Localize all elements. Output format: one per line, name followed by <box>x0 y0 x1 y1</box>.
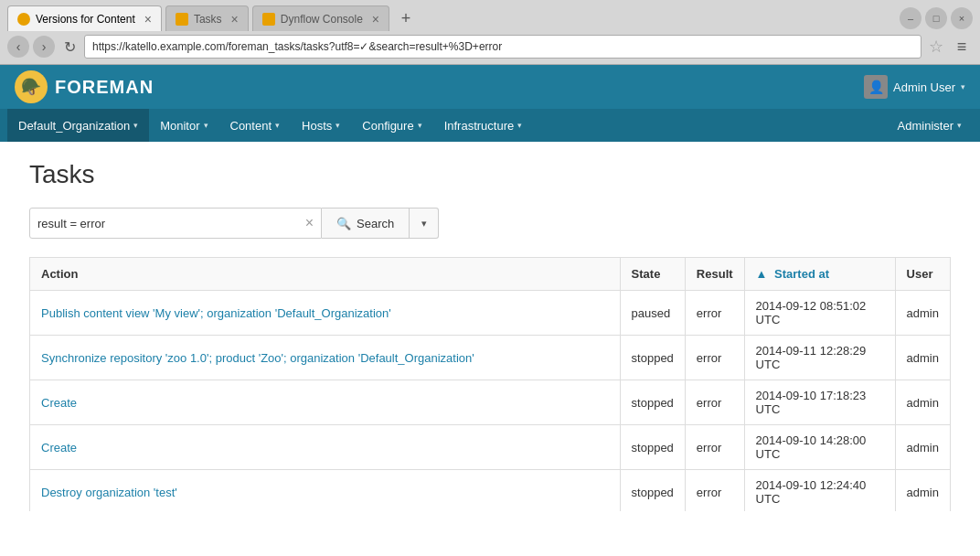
cell-user-3: admin <box>895 425 950 470</box>
search-icon: 🔍 <box>336 217 351 230</box>
menu-button[interactable]: ≡ <box>951 36 973 58</box>
col-header-started[interactable]: ▲ Started at <box>744 258 895 291</box>
org-label: Default_Organization <box>18 119 130 133</box>
nav-monitor-label: Monitor <box>160 119 199 133</box>
table-row: Synchronize repository 'zoo 1.0'; produc… <box>30 336 951 380</box>
nav-content-chevron: ▾ <box>275 121 280 130</box>
tab-close-tasks[interactable]: × <box>231 13 239 26</box>
tab-icon-tasks <box>176 13 188 26</box>
cell-action-3: Create <box>30 425 621 470</box>
cell-action-4: Destroy organization 'test' <box>30 470 621 512</box>
cell-result-0: error <box>685 291 744 336</box>
nav-hosts-label: Hosts <box>302 119 332 133</box>
search-button-label: Search <box>357 217 394 230</box>
browser-titlebar: Versions for Content × Tasks × Dynflow C… <box>0 0 980 31</box>
org-selector[interactable]: Default_Organization ▾ <box>7 109 149 142</box>
nav-configure-label: Configure <box>362 119 413 133</box>
cell-started-0: 2014-09-12 08:51:02 UTC <box>744 291 895 336</box>
search-dropdown-button[interactable]: ▾ <box>410 208 439 239</box>
cell-state-2: stopped <box>620 380 685 425</box>
nav-infrastructure[interactable]: Infrastructure ▾ <box>433 109 534 142</box>
cell-action-1: Synchronize repository 'zoo 1.0'; produc… <box>30 336 621 380</box>
cell-result-3: error <box>685 425 744 470</box>
col-header-user[interactable]: User <box>895 258 950 291</box>
minimize-button[interactable]: – <box>900 7 921 29</box>
cell-state-3: stopped <box>620 425 685 470</box>
new-tab-button[interactable]: + <box>393 5 419 31</box>
nav-configure[interactable]: Configure ▾ <box>351 109 432 142</box>
tab-tasks[interactable]: Tasks × <box>165 5 249 31</box>
nav-monitor[interactable]: Monitor ▾ <box>149 109 218 142</box>
user-avatar: 👤 <box>864 75 888 99</box>
main-content: Tasks × 🔍 Search ▾ Action State Result <box>0 142 980 511</box>
nav-content-label: Content <box>230 119 272 133</box>
cell-user-0: admin <box>895 291 950 336</box>
logo-area: 🪖 FOREMAN <box>15 70 154 103</box>
search-clear-button[interactable]: × <box>305 215 314 231</box>
table-row: Publish content view 'My view'; organiza… <box>30 291 951 336</box>
nav-hosts[interactable]: Hosts ▾ <box>291 109 351 142</box>
browser-addressbar: ‹ › ↻ ☆ ≡ <box>0 31 980 64</box>
cell-user-4: admin <box>895 470 950 512</box>
nav-administer[interactable]: Administer ▾ <box>887 109 973 142</box>
col-header-action[interactable]: Action <box>30 258 621 291</box>
search-bar: × 🔍 Search ▾ <box>29 208 951 239</box>
search-dropdown-chevron: ▾ <box>421 218 427 230</box>
page-title: Tasks <box>29 160 951 189</box>
col-header-state[interactable]: State <box>620 258 685 291</box>
browser-chrome: Versions for Content × Tasks × Dynflow C… <box>0 0 980 65</box>
brand-name: FOREMAN <box>55 77 154 98</box>
cell-state-4: stopped <box>620 470 685 512</box>
cell-user-1: admin <box>895 336 950 380</box>
nav-infrastructure-chevron: ▾ <box>517 121 522 130</box>
nav-infrastructure-label: Infrastructure <box>444 119 515 133</box>
table-header: Action State Result ▲ Started at User <box>30 258 951 291</box>
tab-close-versions[interactable]: × <box>144 13 152 26</box>
topbar: 🪖 FOREMAN 👤 Admin User ▾ <box>0 65 980 109</box>
app: 🪖 FOREMAN 👤 Admin User ▾ Default_Organiz… <box>0 65 980 511</box>
cell-result-4: error <box>685 470 744 512</box>
action-link-1[interactable]: Synchronize repository 'zoo 1.0'; produc… <box>41 351 474 365</box>
refresh-button[interactable]: ↻ <box>59 36 80 58</box>
action-link-0[interactable]: Publish content view 'My view'; organiza… <box>41 306 391 320</box>
tab-icon-versions <box>17 13 30 26</box>
action-link-3[interactable]: Create <box>41 441 77 454</box>
topbar-right: 👤 Admin User ▾ <box>864 75 965 99</box>
nav-hosts-chevron: ▾ <box>336 121 340 130</box>
tab-dynflow[interactable]: Dynflow Console × <box>252 5 389 31</box>
sort-icon: ▲ <box>756 267 768 281</box>
cell-result-1: error <box>685 336 744 380</box>
tab-close-dynflow[interactable]: × <box>372 13 379 26</box>
nav-administer-chevron: ▾ <box>957 121 962 130</box>
col-header-started-label: Started at <box>774 267 829 281</box>
tab-versions[interactable]: Versions for Content × <box>7 5 162 31</box>
address-bar[interactable] <box>84 35 921 59</box>
navbar: Default_Organization ▾ Monitor ▾ Content… <box>0 109 980 142</box>
close-button[interactable]: × <box>951 7 973 29</box>
search-button[interactable]: 🔍 Search <box>322 208 410 239</box>
bookmark-button[interactable]: ☆ <box>925 36 947 58</box>
foreman-logo-icon: 🪖 <box>15 70 48 103</box>
user-menu-chevron: ▾ <box>961 82 965 91</box>
back-button[interactable]: ‹ <box>7 36 29 58</box>
tasks-table: Action State Result ▲ Started at User Pu… <box>29 257 951 511</box>
tab-label-tasks: Tasks <box>194 13 222 26</box>
col-header-result[interactable]: Result <box>685 258 744 291</box>
cell-state-1: stopped <box>620 336 685 380</box>
tab-icon-dynflow <box>262 13 275 26</box>
search-input[interactable] <box>37 217 305 230</box>
tab-label-dynflow: Dynflow Console <box>281 13 363 26</box>
cell-result-2: error <box>685 380 744 425</box>
forward-button[interactable]: › <box>33 36 55 58</box>
nav-content[interactable]: Content ▾ <box>219 109 292 142</box>
nav-administer-label: Administer <box>898 119 953 133</box>
action-link-2[interactable]: Create <box>41 396 77 410</box>
search-input-wrapper: × <box>29 208 322 239</box>
cell-state-0: paused <box>620 291 685 336</box>
user-menu-button[interactable]: 👤 Admin User ▾ <box>864 75 965 99</box>
table-row: Create stopped error 2014-09-10 17:18:23… <box>30 380 951 425</box>
table-row: Create stopped error 2014-09-10 14:28:00… <box>30 425 951 470</box>
action-link-4[interactable]: Destroy organization 'test' <box>41 486 177 499</box>
maximize-button[interactable]: □ <box>925 7 947 29</box>
table-body: Publish content view 'My view'; organiza… <box>30 291 951 512</box>
